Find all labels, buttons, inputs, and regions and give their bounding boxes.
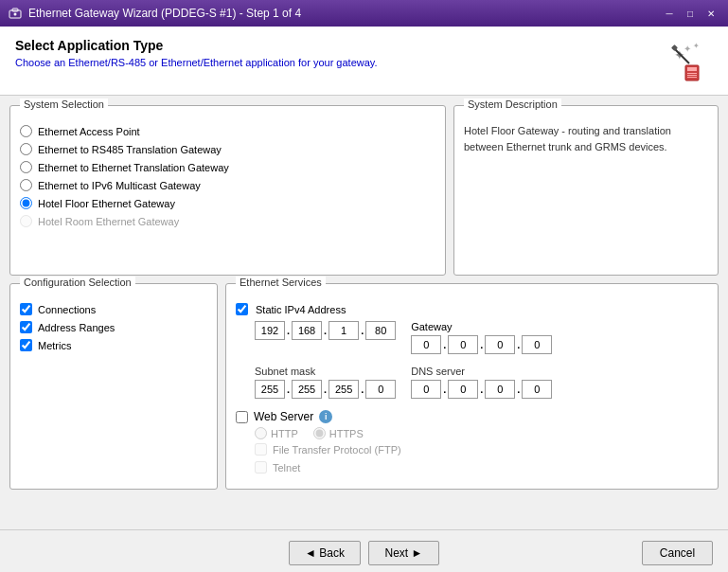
gateway-label: Gateway bbox=[411, 321, 552, 332]
radio-label-ipv6: Ethernet to IPv6 Multicast Gateway bbox=[38, 180, 201, 191]
connections-checkbox[interactable] bbox=[20, 303, 32, 315]
radio-label-rs485: Ethernet to RS485 Translation Gateway bbox=[38, 144, 222, 155]
radio-item-ethernet-access-point[interactable]: Ethernet Access Point bbox=[20, 125, 435, 137]
wizard-icon: ✦ ✦ ✦ bbox=[666, 38, 713, 85]
address-ranges-label: Address Ranges bbox=[38, 322, 115, 333]
close-button[interactable]: ✕ bbox=[701, 5, 720, 22]
system-description-panel: System Description Hotel Floor Gateway -… bbox=[453, 105, 719, 276]
svg-rect-7 bbox=[687, 77, 697, 78]
radio-item-hotel-floor[interactable]: Hotel Floor Ethernet Gateway bbox=[20, 197, 435, 209]
radio-item-ipv6[interactable]: Ethernet to IPv6 Multicast Gateway bbox=[20, 179, 435, 191]
static-ipv4-label: Static IPv4 Address bbox=[256, 304, 346, 315]
ip-d[interactable] bbox=[365, 321, 396, 340]
radio-ethernet-access-point[interactable] bbox=[20, 125, 32, 137]
gw-c[interactable] bbox=[485, 335, 515, 354]
web-server-row: Web Server i bbox=[236, 410, 708, 423]
telnet-label: Telnet bbox=[273, 462, 300, 474]
radio-hotel-room bbox=[20, 215, 32, 227]
ip-b[interactable] bbox=[292, 321, 322, 340]
radio-item-hotel-room: Hotel Room Ethernet Gateway bbox=[20, 215, 435, 227]
subnet-b[interactable] bbox=[292, 380, 322, 399]
radio-label-ethernet-access-point: Ethernet Access Point bbox=[38, 126, 140, 137]
page-subtitle: Choose an Ethernet/RS-485 or Ethernet/Et… bbox=[15, 57, 378, 68]
info-icon[interactable]: i bbox=[319, 410, 332, 423]
minimize-button[interactable]: ─ bbox=[660, 5, 679, 22]
dns-a[interactable] bbox=[411, 380, 441, 399]
system-selection-panel: System Selection Ethernet Access Point E… bbox=[9, 105, 446, 276]
cancel-button[interactable]: Cancel bbox=[642, 541, 713, 565]
address-ranges-checkbox[interactable] bbox=[20, 321, 32, 333]
web-server-label: Web Server bbox=[254, 410, 313, 423]
checkbox-connections[interactable]: Connections bbox=[20, 303, 207, 315]
static-ipv4-checkbox[interactable] bbox=[236, 303, 248, 315]
maximize-button[interactable]: □ bbox=[681, 5, 700, 22]
checkbox-telnet: Telnet bbox=[255, 461, 708, 474]
connections-label: Connections bbox=[38, 304, 96, 315]
gw-a[interactable] bbox=[411, 335, 441, 354]
http-radio bbox=[255, 427, 267, 439]
web-server-checkbox[interactable] bbox=[236, 411, 248, 423]
dns-d[interactable] bbox=[522, 380, 552, 399]
radio-ipv6[interactable] bbox=[20, 179, 32, 191]
subnet-label: Subnet mask bbox=[255, 366, 396, 377]
next-button[interactable]: Next ► bbox=[368, 541, 439, 565]
system-selection-title: System Selection bbox=[20, 98, 108, 110]
footer: ◄ Back Next ► Cancel bbox=[0, 529, 728, 572]
svg-rect-4 bbox=[687, 67, 697, 71]
metrics-checkbox[interactable] bbox=[20, 339, 32, 351]
svg-rect-5 bbox=[687, 73, 697, 74]
config-selection-title: Configuration Selection bbox=[20, 277, 135, 288]
dns-c[interactable] bbox=[485, 380, 515, 399]
svg-rect-6 bbox=[687, 75, 697, 76]
radio-item-rs485[interactable]: Ethernet to RS485 Translation Gateway bbox=[20, 143, 435, 155]
telnet-checkbox bbox=[255, 461, 267, 474]
radio-rs485[interactable] bbox=[20, 143, 32, 155]
ip-a[interactable] bbox=[255, 321, 285, 340]
main-header: Select Application Type Choose an Ethern… bbox=[0, 27, 728, 96]
subnet-c[interactable] bbox=[328, 380, 359, 399]
title-bar-text: Ethernet Gateway Wizard (PDDEG-S #1) - S… bbox=[28, 7, 301, 20]
page-title: Select Application Type bbox=[15, 38, 378, 53]
metrics-label: Metrics bbox=[38, 340, 71, 351]
ip-c[interactable] bbox=[328, 321, 359, 340]
gw-b[interactable] bbox=[448, 335, 478, 354]
ethernet-services-title: Ethernet Services bbox=[236, 277, 326, 288]
http-https-row: HTTP HTTPS bbox=[255, 427, 708, 439]
subnet-a[interactable] bbox=[255, 380, 285, 399]
checkbox-metrics[interactable]: Metrics bbox=[20, 339, 207, 351]
svg-text:✦: ✦ bbox=[693, 42, 700, 50]
http-label: HTTP bbox=[271, 428, 298, 439]
radio-label-hotel-room: Hotel Room Ethernet Gateway bbox=[38, 216, 179, 227]
title-bar: Ethernet Gateway Wizard (PDDEG-S #1) - S… bbox=[0, 0, 728, 27]
radio-http: HTTP bbox=[255, 427, 298, 439]
https-label: HTTPS bbox=[329, 428, 364, 439]
dns-b[interactable] bbox=[448, 380, 478, 399]
radio-eth-translation[interactable] bbox=[20, 161, 32, 173]
config-selection-panel: Configuration Selection Connections Addr… bbox=[9, 283, 218, 490]
svg-text:✦: ✦ bbox=[684, 44, 691, 54]
radio-hotel-floor[interactable] bbox=[20, 197, 32, 209]
app-icon bbox=[8, 6, 23, 21]
gw-d[interactable] bbox=[522, 335, 552, 354]
ftp-checkbox bbox=[255, 443, 267, 456]
system-description-text: Hotel Floor Gateway - routing and transl… bbox=[464, 123, 708, 154]
checkbox-address-ranges[interactable]: Address Ranges bbox=[20, 321, 207, 333]
radio-item-eth-translation[interactable]: Ethernet to Ethernet Translation Gateway bbox=[20, 161, 435, 173]
https-radio bbox=[313, 427, 326, 439]
checkbox-ftp: File Transfer Protocol (FTP) bbox=[255, 443, 708, 456]
content-area: System Selection Ethernet Access Point E… bbox=[0, 96, 728, 529]
radio-label-eth-translation: Ethernet to Ethernet Translation Gateway bbox=[38, 162, 229, 173]
back-button[interactable]: ◄ Back bbox=[289, 541, 361, 565]
ethernet-services-panel: Ethernet Services Static IPv4 Address . bbox=[225, 283, 719, 490]
svg-point-2 bbox=[14, 13, 17, 16]
subnet-d[interactable] bbox=[365, 380, 396, 399]
dns-label: DNS server bbox=[411, 366, 552, 377]
ftp-label: File Transfer Protocol (FTP) bbox=[273, 444, 401, 456]
radio-https: HTTPS bbox=[313, 427, 364, 439]
radio-label-hotel-floor: Hotel Floor Ethernet Gateway bbox=[38, 198, 175, 209]
system-description-title: System Description bbox=[464, 98, 561, 110]
